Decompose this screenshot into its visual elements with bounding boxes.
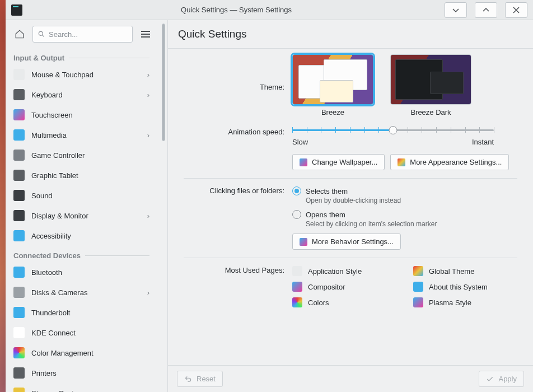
sidebar-item-printers[interactable]: Printers [6,363,157,383]
home-button[interactable] [11,26,28,43]
page-icon [292,297,302,307]
page-title: Quick Settings [168,20,533,49]
sidebar-scrollbar[interactable] [160,20,167,392]
theme-breeze[interactable]: Breeze [292,54,373,116]
page-link-about-this-system[interactable]: About this System [413,282,517,292]
sidebar-item-label: Graphic Tablet [31,171,149,180]
sidebar-item-label: Sound [31,192,149,200]
sidebar-item-icon [13,129,25,141]
sidebar-section-header: Input & Output [6,48,157,64]
reset-label: Reset [197,375,216,383]
sidebar-item-sound[interactable]: Sound [6,185,157,206]
sidebar-item-label: Game Controller [31,151,149,160]
page-link-colors[interactable]: Colors [292,297,396,307]
appearance-icon [398,158,405,166]
animation-speed-label: Animation speed: [184,124,284,146]
sidebar-item-multimedia[interactable]: Multimedia › [6,125,157,145]
sidebar-item-label: Keyboard [31,91,141,99]
sidebar-item-graphic-tablet[interactable]: Graphic Tablet [6,165,157,185]
sidebar-item-icon [13,267,25,278]
sidebar-item-label: Thunderbolt [31,309,149,317]
sidebar-item-disks-cameras[interactable]: Disks & Cameras › [6,282,157,302]
sidebar-item-icon [13,89,25,100]
clicking-label: Clicking files or folders: [184,186,284,250]
sidebar-item-icon [13,287,25,298]
sidebar-item-label: Printers [31,369,149,377]
apply-label: Apply [498,375,517,383]
slider-slow-label: Slow [292,138,308,146]
sidebar-item-icon [13,150,25,161]
sidebar-item-color-management[interactable]: Color Management [6,343,157,363]
theme-thumbnail [292,54,373,105]
sidebar-item-icon [13,190,25,201]
more-appearance-button[interactable]: More Appearance Settings... [390,154,509,170]
sidebar-item-display-monitor[interactable]: Display & Monitor › [6,206,157,226]
chevron-right-icon: › [147,212,149,220]
more-behavior-label: More Behavior Settings... [312,237,394,246]
check-icon [486,375,494,383]
sidebar-item-kde-connect[interactable]: KDE Connect [6,323,157,343]
radio-selects[interactable]: Selects them [292,186,517,195]
sidebar: Search... Input & Output Mouse & Touchpa… [6,20,160,392]
wallpaper-icon [300,158,307,166]
slider-instant-label: Instant [472,138,494,146]
radio-selects-label: Selects them [306,187,348,195]
page-link-global-theme[interactable]: Global Theme [413,266,517,276]
sidebar-item-mouse-touchpad[interactable]: Mouse & Touchpad › [6,64,157,85]
minimize-icon[interactable] [445,2,467,18]
sidebar-item-label: Display & Monitor [31,212,141,220]
page-label: Colors [308,298,329,307]
hamburger-button[interactable] [137,26,154,43]
behavior-icon [300,238,307,246]
page-icon [413,266,423,276]
settings-window: Quick Settings — System Settings Search.… [6,0,533,392]
sidebar-item-icon [13,388,25,392]
page-label: About this System [429,283,488,291]
maximize-icon[interactable] [475,2,497,18]
sidebar-item-accessibility[interactable]: Accessibility [6,226,157,246]
page-link-compositor[interactable]: Compositor [292,282,396,292]
page-link-plasma-style[interactable]: Plasma Style [413,297,517,307]
sidebar-item-thunderbolt[interactable]: Thunderbolt [6,302,157,323]
page-icon [292,282,302,292]
sidebar-section-header: Connected Devices [6,246,157,262]
apply-button[interactable]: Apply [479,371,524,387]
sidebar-item-icon [13,367,25,379]
sidebar-item-icon [13,230,25,241]
more-behavior-button[interactable]: More Behavior Settings... [292,234,401,250]
chevron-right-icon: › [147,288,149,297]
change-wallpaper-button[interactable]: Change Wallpaper... [292,154,385,170]
search-placeholder: Search... [49,30,78,39]
search-input[interactable]: Search... [32,26,133,43]
window-title: Quick Settings — System Settings [28,6,445,14]
undo-icon [184,375,192,383]
most-used-label: Most Used Pages: [184,266,284,307]
theme-breeze-dark[interactable]: Breeze Dark [390,54,471,116]
radio-opens-label: Opens them [306,211,345,219]
svg-point-0 [39,31,43,35]
page-label: Application Style [308,267,362,276]
sidebar-item-label: Bluetooth [31,268,149,277]
page-link-application-style[interactable]: Application Style [292,266,396,276]
opens-hint: Select by clicking on item's selection m… [306,220,517,228]
sidebar-item-storage-devices[interactable]: Storage Devices [6,383,157,392]
animation-speed-slider[interactable] [292,124,494,136]
reset-button[interactable]: Reset [177,371,223,387]
sidebar-item-label: Accessibility [31,232,149,240]
search-icon [38,30,45,38]
theme-label: Breeze Dark [410,108,451,116]
theme-label: Breeze [321,108,344,116]
sidebar-item-game-controller[interactable]: Game Controller [6,145,157,165]
sidebar-item-label: Touchscreen [31,111,149,119]
sidebar-item-label: Mouse & Touchpad [31,71,141,79]
footer-bar: Reset Apply [168,365,533,392]
sidebar-item-touchscreen[interactable]: Touchscreen [6,105,157,125]
sidebar-item-label: Color Management [31,349,149,357]
sidebar-item-keyboard[interactable]: Keyboard › [6,85,157,105]
sidebar-item-icon [13,170,25,181]
sidebar-item-label: Multimedia [31,131,141,139]
radio-opens[interactable]: Opens them [292,210,517,219]
close-icon[interactable] [505,2,527,18]
sidebar-item-bluetooth[interactable]: Bluetooth [6,262,157,282]
sidebar-item-icon [13,210,25,221]
